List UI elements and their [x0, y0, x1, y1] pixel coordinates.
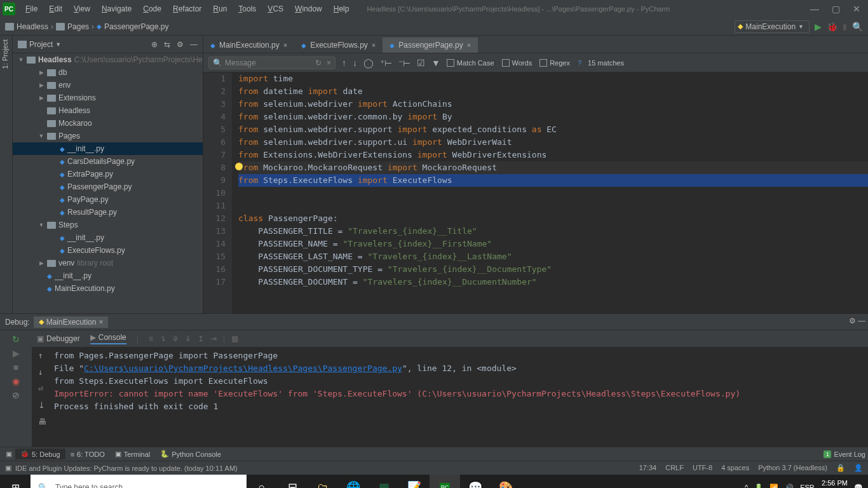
code-line[interactable]	[238, 200, 868, 212]
menu-run[interactable]: Run	[208, 2, 232, 16]
minimize-icon[interactable]: —	[810, 4, 819, 14]
menu-view[interactable]: View	[69, 2, 95, 16]
code-content[interactable]: import timefrom datetime import datefrom…	[232, 72, 868, 313]
menu-refactor[interactable]: Refactor	[168, 2, 207, 16]
explorer-icon[interactable]: 🗂	[308, 475, 338, 488]
next-match-icon[interactable]: ↓	[353, 58, 357, 68]
project-tree[interactable]: ▼ Headless C:\Users\usuario\PycharmProje…	[13, 53, 203, 295]
slack-icon[interactable]: 💬	[460, 475, 491, 488]
filter-icon[interactable]: ▼	[431, 58, 440, 68]
select-occurrences-icon[interactable]: ☑	[417, 58, 425, 68]
search-everywhere-icon[interactable]: 🔍	[852, 22, 863, 32]
file-encoding[interactable]: UTF-8	[693, 464, 712, 472]
run-button[interactable]: ▶	[815, 22, 822, 32]
console-output[interactable]: ↑ ↓ ⏎ ⤓ 🖶 from Pages.PassengerPage impor…	[32, 347, 868, 447]
evaluate-icon[interactable]: ▦	[231, 334, 238, 343]
close-icon[interactable]: ✕	[853, 4, 860, 14]
editor-tab[interactable]: ◆MainExecution.py×	[203, 37, 294, 53]
inspector-icon[interactable]: 👤	[854, 464, 863, 472]
print-icon[interactable]: 🖶	[38, 416, 54, 428]
debugger-tab[interactable]: ▣Debugger	[37, 334, 80, 343]
intention-bulb-icon[interactable]	[235, 163, 243, 170]
menu-window[interactable]: Window	[290, 2, 327, 16]
tree-folder[interactable]: ▶Extensions	[13, 92, 203, 104]
breadcrumb-item[interactable]: Pages	[56, 22, 89, 31]
tree-file[interactable]: ◆__init__.py	[13, 231, 203, 244]
prev-match-icon[interactable]: ↑	[342, 58, 346, 68]
locate-icon[interactable]: ⊕	[151, 40, 158, 49]
code-line[interactable]: PASSENGER_DOCUMENT_TYPE = "Travelers_{in…	[238, 263, 868, 276]
notifications-icon[interactable]: 💬	[854, 484, 863, 489]
tree-folder[interactable]: ▶venv library root	[13, 257, 203, 269]
tool-menu-icon[interactable]: ▣	[3, 450, 15, 458]
tree-folder[interactable]: Mockaroo	[13, 117, 203, 130]
tree-file[interactable]: ◆MainExecution.py	[13, 282, 203, 295]
code-line[interactable]: class PassengerPage:	[238, 212, 868, 225]
tree-root[interactable]: ▼ Headless C:\Users\usuario\PycharmProje…	[13, 53, 203, 66]
language-indicator[interactable]: ESP	[800, 484, 814, 488]
cortana-icon[interactable]: ○	[247, 475, 277, 488]
stop-icon[interactable]: ■	[13, 362, 18, 372]
indent-status[interactable]: 4 spaces	[721, 464, 749, 472]
code-line[interactable]: from Mockaroo.MockarooRequest import Moc…	[238, 161, 868, 174]
start-button[interactable]: ⊞	[0, 482, 31, 489]
add-selection-icon[interactable]: ⁺⊢	[380, 58, 392, 68]
tree-file[interactable]: ◆PayPage.py	[13, 193, 203, 206]
resume-icon[interactable]: ▶	[13, 348, 20, 358]
code-line[interactable]: from selenium.webdriver.common.by import…	[238, 111, 868, 123]
remove-selection-icon[interactable]: ⁻⊢	[398, 58, 410, 68]
editor-tab[interactable]: ◆PassengerPage.py×	[383, 37, 478, 53]
volume-icon[interactable]: 🔊	[785, 484, 794, 489]
code-line[interactable]: from Steps.ExecuteFlows import ExecuteFl…	[238, 174, 868, 187]
step-out-icon[interactable]: ↥	[198, 334, 204, 343]
tree-file[interactable]: ◆__init__.py	[13, 142, 203, 155]
close-tab-icon[interactable]: ×	[372, 41, 376, 49]
line-separator[interactable]: CRLF	[665, 464, 684, 472]
step-into-icon[interactable]: ↴	[159, 334, 166, 343]
expand-icon[interactable]: ⇆	[164, 40, 170, 49]
step-over-icon[interactable]: ≡	[149, 334, 153, 343]
tree-file[interactable]: ◆ExtraPage.py	[13, 168, 203, 180]
tree-folder[interactable]: ▼Steps	[13, 219, 203, 231]
menu-help[interactable]: Help	[329, 2, 355, 16]
tree-file[interactable]: ◆ExecuteFlows.py	[13, 244, 203, 257]
breadcrumb-item[interactable]: Headless	[5, 22, 48, 31]
pycharm-taskbar-icon[interactable]: PC	[430, 475, 460, 488]
clear-icon[interactable]: ×	[327, 58, 331, 67]
debug-tab-button[interactable]: 🐞 5: Debug	[15, 449, 65, 459]
scroll-end-icon[interactable]: ⤓	[38, 399, 54, 412]
tree-folder[interactable]: ▶env	[13, 79, 203, 92]
lock-icon[interactable]: 🔒	[836, 464, 845, 472]
menu-code[interactable]: Code	[138, 2, 166, 16]
close-tab-icon[interactable]: ×	[283, 41, 287, 49]
match-case-check[interactable]: Match Case	[447, 59, 494, 67]
run-configuration-selector[interactable]: ◆ MainExecution ▼	[735, 20, 810, 33]
python-console-tab-button[interactable]: 🐍 Python Console	[155, 449, 226, 459]
gear-icon[interactable]: ⚙ —	[849, 316, 865, 325]
console-tab[interactable]: ▶Console	[90, 333, 126, 344]
paint-icon[interactable]: 🎨	[491, 475, 521, 488]
softwrap-icon[interactable]: ⏎	[38, 383, 54, 395]
tree-folder[interactable]: ▼Pages	[13, 130, 203, 142]
run-to-cursor-icon[interactable]: ⇥	[210, 334, 217, 343]
chevron-down-icon[interactable]: ▼	[55, 41, 61, 48]
tree-file[interactable]: ◆__init__.py	[13, 269, 203, 282]
close-tab-icon[interactable]: ×	[98, 318, 103, 327]
battery-icon[interactable]: 🔋	[754, 484, 763, 489]
python-interpreter[interactable]: Python 3.7 (Headless)	[758, 464, 827, 472]
debug-button[interactable]: 🐞	[827, 22, 837, 32]
task-view-icon[interactable]: ⊟	[277, 475, 308, 488]
todo-tab-button[interactable]: ≡ 6: TODO	[65, 449, 110, 459]
caret-position[interactable]: 17:34	[639, 464, 657, 472]
menu-file[interactable]: File	[20, 2, 43, 16]
code-line[interactable]: PASSENGER_NAME = "Travelers_{index}__Fir…	[238, 238, 868, 250]
tree-folder[interactable]: ▶db	[13, 66, 203, 79]
select-all-icon[interactable]: ◯	[363, 58, 374, 68]
tree-folder[interactable]: Headless	[13, 104, 203, 117]
breadcrumb-item[interactable]: ◆PassengerPage.py	[97, 22, 168, 31]
up-icon[interactable]: ↑	[38, 349, 54, 362]
help-icon[interactable]: ?	[578, 59, 581, 67]
excel-icon[interactable]: ▦	[369, 475, 399, 488]
code-line[interactable]: from Extensions.WebDriverExtensions impo…	[238, 149, 868, 161]
menu-vcs[interactable]: VCS	[262, 2, 288, 16]
